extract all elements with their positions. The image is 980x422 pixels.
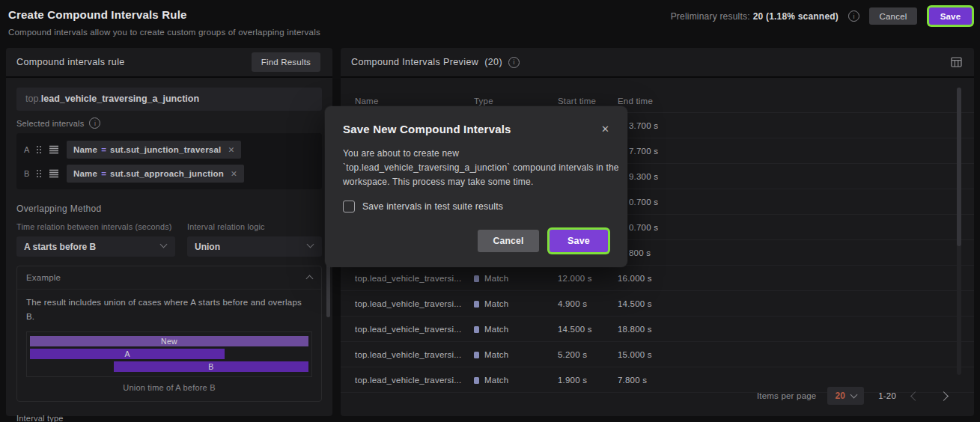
example-bar-row: New (30, 336, 308, 347)
interval-key: B (24, 169, 31, 178)
cell-type: Match (474, 376, 558, 385)
relation-logic-select[interactable]: Union (187, 236, 322, 257)
column-header-name: Name (355, 97, 474, 106)
example-bar-b: B (114, 361, 308, 372)
example-caption: Union time of A before B (26, 383, 312, 392)
cell-end-time: 0.700 s (618, 198, 947, 207)
time-relation-label: Time relation between intervals (seconds… (16, 222, 175, 231)
rule-panel-header: Compound intervals rule Find Results (6, 48, 332, 78)
cell-type: Match (474, 325, 558, 334)
next-page-button[interactable] (939, 391, 949, 401)
cell-end-time: 9.300 s (618, 172, 947, 181)
modal-save-button[interactable]: Save (550, 230, 608, 252)
match-icon (474, 377, 479, 384)
match-icon (474, 352, 479, 358)
overlapping-method-controls: Time relation between intervals (seconds… (16, 222, 322, 257)
match-badge-label: Match (484, 325, 508, 334)
example-bar-a: A (30, 349, 225, 359)
table-row[interactable]: top.lead_vehicle_traversi...Match4.900 s… (341, 291, 974, 316)
time-relation-select[interactable]: A starts before B (16, 236, 175, 257)
cell-end-time: 0.700 s (618, 223, 947, 232)
filter-field: Name (73, 145, 97, 154)
save-checkbox[interactable] (343, 201, 355, 212)
interval-key: A (24, 145, 31, 154)
find-results-button[interactable]: Find Results (252, 52, 320, 72)
filter-operator: = (101, 169, 106, 178)
cell-end-time: 18.800 s (618, 325, 947, 334)
modal-cancel-button[interactable]: Cancel (478, 230, 539, 252)
preview-panel-header: Compound Intervals Preview (20) i (341, 48, 974, 78)
cell-start-time: 5.200 s (558, 350, 618, 359)
rule-name-value: lead_vehicle_traversing_a_junction (41, 94, 199, 104)
drag-handle-icon[interactable] (37, 170, 41, 177)
relation-logic-group: Interval relation logic Union (187, 222, 322, 257)
cell-name: top.lead_vehicle_traversi... (355, 376, 474, 385)
table-view-icon[interactable] (951, 57, 962, 67)
topbar-actions: Preliminary results:20 (1.18% scanned) i… (671, 7, 972, 25)
cell-type: Match (474, 274, 558, 283)
filter-field: Name (73, 169, 97, 178)
interval-filter-chip[interactable]: Name=sut.sut_approach_junction✕ (67, 165, 244, 183)
cell-start-time: 4.900 s (558, 299, 618, 308)
cell-type: Match (474, 350, 558, 359)
example-header[interactable]: Example (17, 266, 321, 290)
save-button[interactable]: Save (929, 7, 972, 25)
match-badge-label: Match (484, 376, 508, 385)
filter-value: sut.sut_junction_traversal (110, 145, 221, 154)
items-per-page-value: 20 (835, 391, 845, 401)
match-badge-label: Match (484, 350, 508, 359)
info-icon[interactable]: i (89, 117, 100, 129)
info-icon[interactable]: i (848, 10, 859, 22)
preliminary-results-label: Preliminary results: (671, 11, 750, 22)
page-subtitle: Compound intervals allow you to create c… (8, 28, 320, 37)
cell-end-time: 7.700 s (618, 147, 947, 156)
remove-interval-icon[interactable]: ✕ (228, 145, 234, 154)
time-relation-group: Time relation between intervals (seconds… (16, 222, 175, 257)
interval-row-B: BName=sut.sut_approach_junction✕ (24, 164, 314, 183)
list-icon (49, 169, 59, 178)
filter-value: sut.sut_approach_junction (110, 169, 224, 178)
table-row[interactable]: top.lead_vehicle_traversi...Match12.000 … (341, 266, 974, 291)
rule-name-prefix: top. (25, 94, 41, 104)
page-range: 1-20 (878, 391, 896, 400)
table-scrollbar-thumb[interactable] (957, 88, 961, 246)
match-icon (474, 326, 479, 333)
selected-intervals-box: AName=sut.sut_junction_traversal✕BName=s… (16, 133, 322, 189)
page-title: Create Compound Intervals Rule (8, 8, 187, 21)
remove-interval-icon[interactable]: ✕ (231, 169, 237, 178)
match-icon (474, 301, 479, 308)
rule-panel-title: Compound intervals rule (16, 57, 125, 67)
rule-panel-body: top.lead_vehicle_traversing_a_junction S… (6, 88, 332, 422)
chevron-down-icon (307, 241, 314, 248)
time-relation-value: A starts before B (24, 242, 96, 252)
preview-title: Compound Intervals Preview (351, 57, 478, 67)
interval-row-A: AName=sut.sut_junction_traversal✕ (24, 140, 314, 159)
prev-page-button[interactable] (910, 391, 920, 401)
rule-panel: Compound intervals rule Find Results top… (6, 48, 332, 416)
column-header-type: Type (474, 97, 558, 106)
selected-intervals-row: Selected intervals i (16, 117, 322, 129)
cancel-button[interactable]: Cancel (869, 7, 917, 25)
relation-logic-label: Interval relation logic (187, 222, 322, 231)
cell-end-time: 16.000 s (618, 274, 947, 283)
example-title: Example (26, 273, 61, 282)
cell-start-time: 14.500 s (558, 325, 618, 334)
pagination: Items per page 20 1-20 (757, 387, 947, 405)
example-body: The result includes union of cases where… (17, 290, 321, 401)
chevron-up-icon (306, 275, 314, 283)
table-row[interactable]: top.lead_vehicle_traversi...Match14.500 … (341, 316, 974, 342)
interval-type-label: Interval type (16, 414, 322, 422)
drag-handle-icon[interactable] (37, 146, 41, 153)
items-per-page-select[interactable]: 20 (827, 387, 864, 405)
column-header-start-time: Start time (558, 97, 618, 106)
cell-end-time: 15.000 s (618, 350, 947, 359)
rule-name-input[interactable]: top.lead_vehicle_traversing_a_junction (16, 88, 322, 111)
cell-end-time: 14.500 s (618, 299, 947, 308)
cell-start-time: 1.900 s (558, 376, 618, 385)
interval-filter-chip[interactable]: Name=sut.sut_junction_traversal✕ (67, 141, 241, 159)
chevron-down-icon (850, 391, 858, 399)
info-icon[interactable]: i (508, 57, 520, 68)
table-row[interactable]: top.lead_vehicle_traversi...Match5.200 s… (341, 342, 974, 367)
close-icon[interactable]: ✕ (601, 123, 609, 135)
preliminary-results-value: 20 (1.18% scanned) (753, 11, 839, 22)
